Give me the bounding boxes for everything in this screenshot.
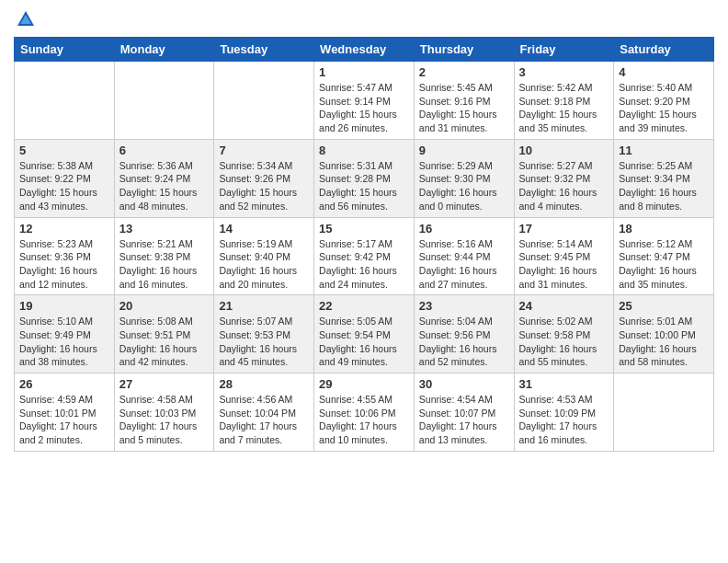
day-number: 13 [119, 222, 210, 236]
day-number: 12 [19, 222, 109, 236]
calendar-cell: 1Sunrise: 5:47 AM Sunset: 9:14 PM Daylig… [314, 62, 415, 140]
calendar-cell: 31Sunrise: 4:53 AM Sunset: 10:09 PM Dayl… [514, 373, 614, 452]
day-number: 4 [619, 65, 709, 79]
calendar-cell: 21Sunrise: 5:07 AM Sunset: 9:53 PM Dayli… [214, 295, 314, 373]
day-info: Sunrise: 5:40 AM Sunset: 9:20 PM Dayligh… [619, 81, 709, 135]
day-info: Sunrise: 5:02 AM Sunset: 9:58 PM Dayligh… [519, 315, 609, 369]
day-number: 19 [19, 299, 109, 313]
day-info: Sunrise: 5:05 AM Sunset: 9:54 PM Dayligh… [319, 315, 409, 369]
calendar-cell: 9Sunrise: 5:29 AM Sunset: 9:30 PM Daylig… [414, 139, 514, 217]
day-header: Saturday [614, 38, 714, 62]
day-info: Sunrise: 5:45 AM Sunset: 9:16 PM Dayligh… [419, 81, 509, 135]
day-number: 26 [19, 377, 109, 391]
day-number: 11 [619, 144, 709, 157]
day-info: Sunrise: 5:23 AM Sunset: 9:36 PM Dayligh… [19, 237, 109, 292]
calendar-cell: 5Sunrise: 5:38 AM Sunset: 9:22 PM Daylig… [15, 139, 115, 217]
day-info: Sunrise: 4:58 AM Sunset: 10:03 PM Daylig… [119, 393, 210, 447]
day-info: Sunrise: 5:36 AM Sunset: 9:24 PM Dayligh… [119, 159, 210, 213]
calendar-cell: 18Sunrise: 5:12 AM Sunset: 9:47 PM Dayli… [614, 217, 714, 295]
day-number: 7 [219, 144, 309, 157]
calendar-cell: 23Sunrise: 5:04 AM Sunset: 9:56 PM Dayli… [414, 295, 514, 373]
day-info: Sunrise: 5:16 AM Sunset: 9:44 PM Dayligh… [419, 237, 509, 292]
day-info: Sunrise: 5:34 AM Sunset: 9:26 PM Dayligh… [219, 159, 309, 213]
calendar-cell: 30Sunrise: 4:54 AM Sunset: 10:07 PM Dayl… [414, 373, 514, 452]
day-number: 16 [419, 222, 509, 236]
calendar-cell: 14Sunrise: 5:19 AM Sunset: 9:40 PM Dayli… [214, 217, 314, 295]
day-info: Sunrise: 4:59 AM Sunset: 10:01 PM Daylig… [19, 393, 109, 447]
calendar-cell: 8Sunrise: 5:31 AM Sunset: 9:28 PM Daylig… [314, 139, 415, 217]
day-number: 23 [419, 299, 509, 313]
day-info: Sunrise: 5:17 AM Sunset: 9:42 PM Dayligh… [319, 237, 409, 292]
day-info: Sunrise: 5:01 AM Sunset: 10:00 PM Daylig… [619, 315, 709, 369]
day-number: 31 [519, 377, 609, 391]
calendar-body: 1Sunrise: 5:47 AM Sunset: 9:14 PM Daylig… [15, 62, 714, 452]
day-info: Sunrise: 5:08 AM Sunset: 9:51 PM Dayligh… [119, 315, 210, 369]
day-info: Sunrise: 5:07 AM Sunset: 9:53 PM Dayligh… [219, 315, 309, 369]
calendar-cell [214, 62, 314, 140]
day-number: 25 [619, 299, 709, 313]
calendar-cell: 22Sunrise: 5:05 AM Sunset: 9:54 PM Dayli… [314, 295, 415, 373]
calendar-header: SundayMondayTuesdayWednesdayThursdayFrid… [15, 38, 714, 62]
day-number: 28 [219, 377, 309, 391]
day-info: Sunrise: 5:38 AM Sunset: 9:22 PM Dayligh… [19, 159, 109, 213]
calendar-cell: 10Sunrise: 5:27 AM Sunset: 9:32 PM Dayli… [514, 139, 614, 217]
day-number: 10 [519, 144, 609, 157]
calendar-cell: 29Sunrise: 4:55 AM Sunset: 10:06 PM Dayl… [314, 373, 415, 452]
calendar-week: 26Sunrise: 4:59 AM Sunset: 10:01 PM Dayl… [15, 373, 714, 452]
calendar-week: 5Sunrise: 5:38 AM Sunset: 9:22 PM Daylig… [15, 139, 714, 217]
day-number: 8 [319, 144, 409, 157]
calendar-cell: 3Sunrise: 5:42 AM Sunset: 9:18 PM Daylig… [514, 62, 614, 140]
calendar-cell: 19Sunrise: 5:10 AM Sunset: 9:49 PM Dayli… [15, 295, 115, 373]
day-number: 15 [319, 222, 409, 236]
day-info: Sunrise: 5:25 AM Sunset: 9:34 PM Dayligh… [619, 159, 709, 213]
calendar-cell [614, 373, 714, 452]
day-header: Wednesday [314, 38, 415, 62]
day-header: Thursday [414, 38, 514, 62]
day-info: Sunrise: 4:55 AM Sunset: 10:06 PM Daylig… [319, 393, 409, 447]
calendar-week: 1Sunrise: 5:47 AM Sunset: 9:14 PM Daylig… [15, 62, 714, 140]
day-info: Sunrise: 5:27 AM Sunset: 9:32 PM Dayligh… [519, 159, 609, 213]
logo [14, 9, 38, 29]
day-number: 14 [219, 222, 309, 236]
day-number: 24 [519, 299, 609, 313]
day-number: 6 [119, 144, 210, 157]
day-info: Sunrise: 5:14 AM Sunset: 9:45 PM Dayligh… [519, 237, 609, 292]
day-info: Sunrise: 5:19 AM Sunset: 9:40 PM Dayligh… [219, 237, 309, 292]
day-info: Sunrise: 5:04 AM Sunset: 9:56 PM Dayligh… [419, 315, 509, 369]
calendar-cell: 4Sunrise: 5:40 AM Sunset: 9:20 PM Daylig… [614, 62, 714, 140]
day-number: 1 [319, 65, 409, 79]
calendar-cell: 25Sunrise: 5:01 AM Sunset: 10:00 PM Dayl… [614, 295, 714, 373]
day-info: Sunrise: 5:10 AM Sunset: 9:49 PM Dayligh… [19, 315, 109, 369]
day-number: 27 [119, 377, 210, 391]
day-header: Sunday [15, 38, 115, 62]
calendar-cell: 13Sunrise: 5:21 AM Sunset: 9:38 PM Dayli… [114, 217, 214, 295]
day-number: 9 [419, 144, 509, 157]
calendar-cell: 12Sunrise: 5:23 AM Sunset: 9:36 PM Dayli… [15, 217, 115, 295]
day-info: Sunrise: 5:47 AM Sunset: 9:14 PM Dayligh… [319, 81, 409, 135]
day-number: 17 [519, 222, 609, 236]
day-header: Tuesday [214, 38, 314, 62]
calendar: SundayMondayTuesdayWednesdayThursdayFrid… [14, 37, 714, 452]
calendar-cell [114, 62, 214, 140]
day-info: Sunrise: 5:12 AM Sunset: 9:47 PM Dayligh… [619, 237, 709, 292]
day-number: 5 [19, 144, 109, 157]
day-info: Sunrise: 5:21 AM Sunset: 9:38 PM Dayligh… [119, 237, 210, 292]
page: SundayMondayTuesdayWednesdayThursdayFrid… [0, 0, 728, 461]
calendar-cell: 11Sunrise: 5:25 AM Sunset: 9:34 PM Dayli… [614, 139, 714, 217]
calendar-cell: 6Sunrise: 5:36 AM Sunset: 9:24 PM Daylig… [114, 139, 214, 217]
calendar-week: 12Sunrise: 5:23 AM Sunset: 9:36 PM Dayli… [15, 217, 714, 295]
day-info: Sunrise: 5:29 AM Sunset: 9:30 PM Dayligh… [419, 159, 509, 213]
day-number: 22 [319, 299, 409, 313]
calendar-cell: 24Sunrise: 5:02 AM Sunset: 9:58 PM Dayli… [514, 295, 614, 373]
day-info: Sunrise: 5:31 AM Sunset: 9:28 PM Dayligh… [319, 159, 409, 213]
calendar-cell: 7Sunrise: 5:34 AM Sunset: 9:26 PM Daylig… [214, 139, 314, 217]
calendar-cell: 20Sunrise: 5:08 AM Sunset: 9:51 PM Dayli… [114, 295, 214, 373]
calendar-cell: 15Sunrise: 5:17 AM Sunset: 9:42 PM Dayli… [314, 217, 415, 295]
calendar-cell: 27Sunrise: 4:58 AM Sunset: 10:03 PM Dayl… [114, 373, 214, 452]
day-number: 3 [519, 65, 609, 79]
calendar-week: 19Sunrise: 5:10 AM Sunset: 9:49 PM Dayli… [15, 295, 714, 373]
day-info: Sunrise: 5:42 AM Sunset: 9:18 PM Dayligh… [519, 81, 609, 135]
day-info: Sunrise: 4:56 AM Sunset: 10:04 PM Daylig… [219, 393, 309, 447]
day-number: 18 [619, 222, 709, 236]
day-info: Sunrise: 4:54 AM Sunset: 10:07 PM Daylig… [419, 393, 509, 447]
